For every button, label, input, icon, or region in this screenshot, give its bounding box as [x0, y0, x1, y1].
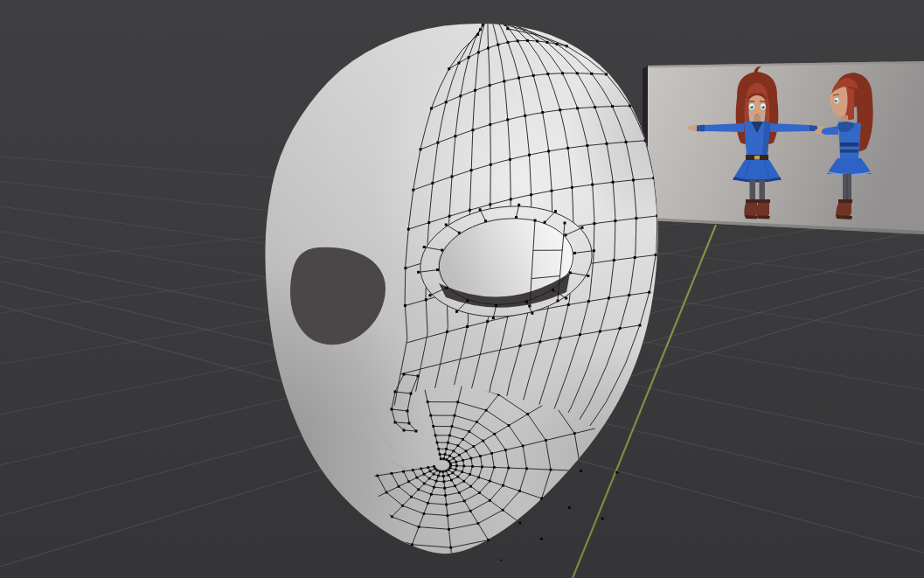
viewport-3d-canvas[interactable]: [0, 0, 924, 578]
viewport-window: [0, 0, 924, 578]
reference-image-plane[interactable]: [643, 61, 924, 234]
reference-plane-surface: [648, 61, 924, 234]
